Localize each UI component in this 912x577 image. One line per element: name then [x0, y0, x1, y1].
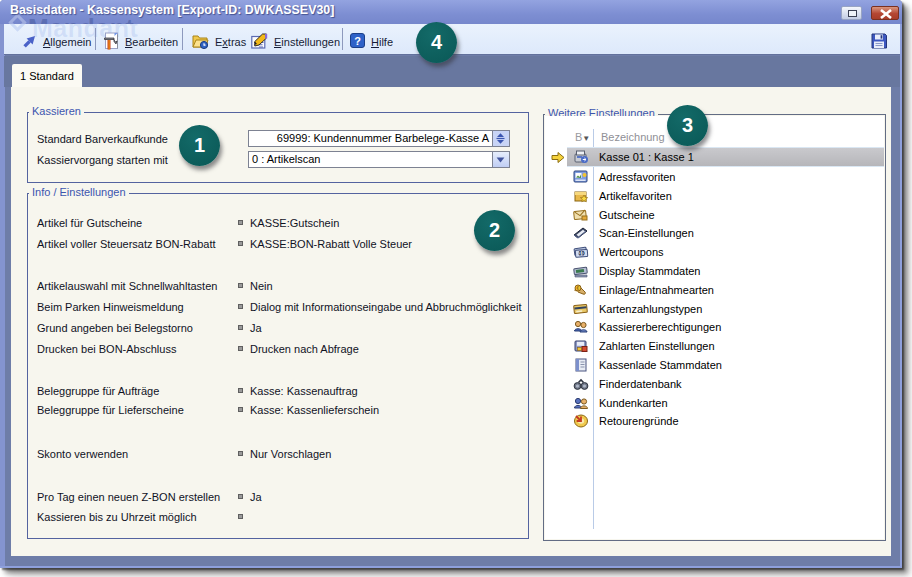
svg-text:?: ?: [354, 35, 361, 47]
svg-text:€: €: [577, 285, 580, 291]
svg-text:10: 10: [578, 250, 584, 256]
